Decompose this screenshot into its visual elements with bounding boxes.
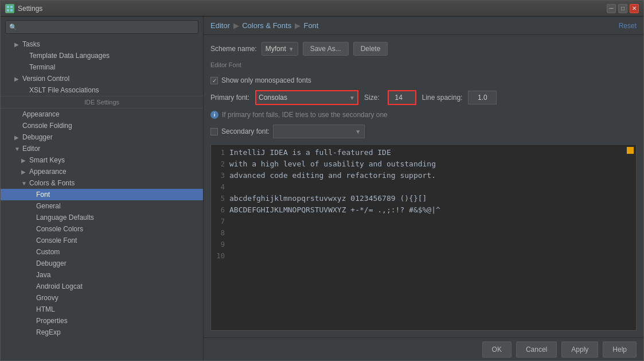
monospaced-checkbox[interactable]	[210, 77, 218, 84]
size-input[interactable]	[389, 94, 409, 102]
sidebar-item-label: Smart Keys	[29, 156, 65, 164]
apply-button[interactable]: Apply	[561, 341, 598, 358]
sidebar-item-template-data[interactable]: Template Data Languages	[1, 50, 203, 61]
info-row: i If primary font fails, IDE tries to us…	[210, 111, 637, 119]
search-input[interactable]	[19, 23, 194, 31]
sidebar-item-language-defaults[interactable]: Language Defaults	[1, 212, 203, 223]
monospaced-label: Show only monospaced fonts	[221, 76, 311, 84]
secondary-font-label: Secondary font:	[221, 127, 270, 135]
ok-button[interactable]: OK	[482, 341, 512, 358]
sidebar-item-label: Java	[36, 271, 50, 279]
scheme-dropdown[interactable]: Myfont ▼	[261, 42, 298, 56]
svg-rect-3	[10, 9, 13, 11]
titlebar: Settings ─ □ ✕	[1, 1, 643, 17]
svg-rect-2	[7, 9, 9, 11]
font-preview: 1 IntelliJ IDEA is a full-featured IDE 2…	[210, 144, 637, 331]
sidebar-item-debugger[interactable]: ▶ Debugger	[1, 131, 203, 143]
line-spacing-field	[468, 91, 497, 104]
cancel-button[interactable]: Cancel	[516, 341, 557, 358]
size-label: Size:	[364, 94, 380, 102]
sidebar-item-console-font[interactable]: Console Font	[1, 235, 203, 246]
sidebar-item-label: Template Data Languages	[29, 52, 110, 60]
arrow-icon: ▶	[14, 134, 21, 141]
breadcrumb: Editor ▶ Colors & Fonts ▶ Font	[210, 21, 318, 30]
arrow-icon: ▼	[14, 146, 21, 152]
chevron-down-icon: ▼	[349, 95, 355, 101]
arrow-icon: ▶	[21, 169, 28, 175]
sidebar-item-label: Console Folding	[22, 122, 72, 130]
breadcrumb-colors-fonts: Colors & Fonts	[242, 21, 291, 30]
sidebar: 🔍 ▶ Tasks Template Data Languages Termin…	[1, 17, 204, 360]
sidebar-item-custom[interactable]: Custom	[1, 246, 203, 258]
sidebar-item-java[interactable]: Java	[1, 269, 203, 281]
sidebar-item-debugger2[interactable]: Debugger	[1, 258, 203, 269]
sidebar-item-terminal[interactable]: Terminal	[1, 61, 203, 73]
sidebar-item-console-colors[interactable]: Console Colors	[1, 223, 203, 235]
maximize-button[interactable]: □	[618, 4, 627, 13]
reset-button[interactable]: Reset	[619, 22, 637, 30]
minimize-button[interactable]: ─	[607, 4, 616, 13]
secondary-font-dropdown[interactable]: ▼	[273, 125, 365, 138]
info-text: If primary font fails, IDE tries to use …	[222, 111, 388, 119]
sidebar-item-label: XSLT File Associations	[29, 86, 99, 94]
sidebar-item-label: Font	[36, 191, 50, 199]
sidebar-item-properties[interactable]: Properties	[1, 315, 203, 327]
close-button[interactable]: ✕	[630, 4, 639, 13]
help-button[interactable]: Help	[603, 341, 637, 358]
sidebar-item-editor[interactable]: ▼ Editor	[1, 143, 203, 154]
secondary-font-row: Secondary font: ▼	[210, 125, 637, 138]
sidebar-item-html[interactable]: HTML	[1, 304, 203, 315]
window-title: Settings	[18, 5, 607, 13]
primary-font-dropdown[interactable]: ▼	[255, 90, 358, 105]
sidebar-item-font[interactable]: Font	[1, 189, 203, 200]
size-field[interactable]	[388, 90, 416, 105]
sidebar-item-console-folding[interactable]: Console Folding	[1, 120, 203, 131]
scheme-row: Scheme name: Myfont ▼ Save As... Delete	[210, 42, 637, 56]
sidebar-item-label: Groovy	[36, 294, 58, 302]
search-icon: 🔍	[9, 24, 17, 31]
line-spacing-label: Line spacing:	[422, 94, 463, 102]
preview-line-9: 9	[213, 239, 634, 250]
window-controls: ─ □ ✕	[607, 4, 639, 13]
scheme-label: Scheme name:	[210, 45, 257, 53]
preview-line-2: 2 with a high level of usability and out…	[213, 158, 634, 170]
preview-line-6: 6 ABCDEFGHIJKLMNOPQRSTUVWXYZ +-*/= .,;:!…	[213, 204, 634, 216]
delete-button[interactable]: Delete	[353, 42, 388, 56]
line-spacing-input[interactable]	[468, 91, 497, 104]
preview-line-5: 5 abcdefghijklmnopqrstuvwxyz 0123456789 …	[213, 193, 634, 204]
right-panel: Editor ▶ Colors & Fonts ▶ Font Reset Sch…	[204, 17, 643, 360]
info-icon: i	[210, 111, 218, 119]
sidebar-item-general[interactable]: General	[1, 200, 203, 212]
sidebar-item-label: Debugger	[36, 259, 67, 267]
sidebar-item-label: Appearance	[29, 168, 67, 176]
sidebar-item-version-control[interactable]: ▶ Version Control	[1, 73, 203, 84]
sidebar-item-android-logcat[interactable]: Android Logcat	[1, 281, 203, 292]
sidebar-item-smart-keys[interactable]: ▶ Smart Keys	[1, 154, 203, 166]
sidebar-item-colors-fonts[interactable]: ▼ Colors & Fonts	[1, 177, 203, 189]
sidebar-item-label: Appearance	[22, 110, 60, 118]
ide-settings-header: IDE Settings	[1, 96, 203, 108]
preview-lines: 1 IntelliJ IDEA is a full-featured IDE 2…	[213, 147, 634, 328]
save-as-button[interactable]: Save As...	[303, 42, 349, 56]
preview-line-3: 3 advanced code editing and refactoring …	[213, 170, 634, 181]
sidebar-item-xslt[interactable]: XSLT File Associations	[1, 84, 203, 96]
sidebar-item-label: Console Font	[36, 236, 77, 244]
sidebar-item-groovy[interactable]: Groovy	[1, 292, 203, 304]
sidebar-item-tasks[interactable]: ▶ Tasks	[1, 38, 203, 50]
arrow-icon: ▼	[21, 180, 28, 187]
monospaced-row: Show only monospaced fonts	[210, 76, 637, 84]
search-box[interactable]: 🔍	[5, 20, 198, 34]
sidebar-item-appearance[interactable]: ▶ Appearance	[1, 166, 203, 177]
breadcrumb-sep2: ▶	[295, 21, 303, 30]
primary-font-input[interactable]	[259, 94, 347, 102]
breadcrumb-bar: Editor ▶ Colors & Fonts ▶ Font Reset	[204, 17, 643, 35]
sidebar-item-label: General	[36, 202, 61, 210]
sidebar-tree: ▶ Tasks Template Data Languages Terminal…	[1, 37, 203, 360]
secondary-font-checkbox[interactable]	[210, 128, 218, 135]
sidebar-item-label: HTML	[36, 305, 55, 313]
sidebar-item-appearance-top[interactable]: Appearance	[1, 108, 203, 120]
breadcrumb-current: Font	[303, 21, 318, 30]
sidebar-item-label: Android Logcat	[36, 282, 83, 290]
sidebar-item-regexp[interactable]: RegExp	[1, 327, 203, 338]
bottom-bar: OK Cancel Apply Help	[204, 337, 643, 360]
